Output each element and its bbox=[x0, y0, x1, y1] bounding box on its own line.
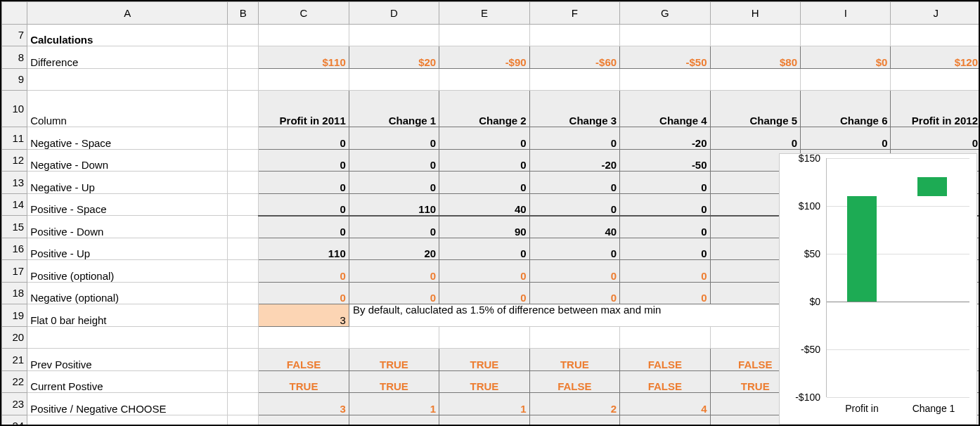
cell[interactable]: 0 bbox=[620, 282, 710, 304]
cell[interactable]: FALSE bbox=[259, 415, 349, 426]
cell[interactable]: 0 bbox=[439, 172, 529, 194]
cell[interactable]: 0 bbox=[349, 260, 439, 283]
col-header[interactable]: C bbox=[259, 2, 349, 25]
cell[interactable]: $80 bbox=[710, 46, 800, 69]
row-header[interactable]: 7 bbox=[2, 24, 27, 46]
cell[interactable] bbox=[620, 24, 710, 46]
cell[interactable]: FALSE bbox=[259, 349, 349, 371]
cell[interactable]: Negative - Space bbox=[27, 127, 228, 150]
cell[interactable] bbox=[529, 326, 619, 349]
row-header[interactable]: 22 bbox=[2, 370, 27, 393]
col-header[interactable]: A bbox=[27, 2, 228, 25]
cell[interactable]: 3 bbox=[259, 393, 349, 415]
cell[interactable]: 0 bbox=[259, 127, 349, 150]
cell[interactable]: FALSE bbox=[529, 415, 619, 426]
cell[interactable] bbox=[228, 193, 259, 216]
cell[interactable]: 0 bbox=[529, 260, 619, 283]
waterfall-chart[interactable]: $150 $100 $50 $0 -$50 -$100 Profit in Ch… bbox=[779, 153, 977, 425]
col-header[interactable]: B bbox=[228, 2, 259, 25]
cell[interactable]: FALSE bbox=[620, 370, 710, 393]
cell[interactable]: $110 bbox=[259, 46, 349, 69]
cell[interactable] bbox=[710, 68, 800, 91]
col-header[interactable]: F bbox=[529, 2, 619, 25]
cell[interactable]: 90 bbox=[439, 216, 529, 238]
corner-cell[interactable] bbox=[2, 2, 27, 25]
cell[interactable] bbox=[529, 24, 619, 46]
cell[interactable] bbox=[228, 304, 259, 327]
col-header[interactable]: D bbox=[349, 2, 439, 25]
cell[interactable]: -$60 bbox=[529, 46, 619, 69]
cell[interactable]: Positive - Down bbox=[27, 216, 228, 238]
cell[interactable]: 40 bbox=[439, 193, 529, 216]
cell[interactable]: Change 4 bbox=[620, 91, 710, 127]
cell[interactable] bbox=[228, 68, 259, 91]
row-header[interactable]: 19 bbox=[2, 304, 27, 327]
row-header[interactable]: 11 bbox=[2, 127, 27, 150]
cell[interactable]: 0 bbox=[349, 282, 439, 304]
cell[interactable]: Current Postive bbox=[27, 370, 228, 393]
cell[interactable]: 0 bbox=[439, 282, 529, 304]
cell[interactable]: FALSE bbox=[620, 349, 710, 371]
cell[interactable]: Positive (optional) bbox=[27, 260, 228, 283]
col-header[interactable]: I bbox=[801, 2, 891, 25]
row-header[interactable]: 16 bbox=[2, 238, 27, 260]
cell[interactable] bbox=[259, 68, 349, 91]
cell[interactable]: 0 bbox=[710, 127, 800, 150]
row-header[interactable]: 14 bbox=[2, 193, 27, 216]
cell[interactable]: -20 bbox=[529, 149, 619, 172]
cell[interactable] bbox=[27, 326, 228, 349]
cell[interactable] bbox=[228, 24, 259, 46]
cell[interactable]: FALSE bbox=[529, 370, 619, 393]
cell[interactable] bbox=[529, 68, 619, 91]
cell[interactable] bbox=[228, 216, 259, 238]
cell[interactable] bbox=[439, 68, 529, 91]
cell[interactable] bbox=[228, 91, 259, 127]
cell[interactable]: 110 bbox=[259, 238, 349, 260]
row-header[interactable]: 9 bbox=[2, 68, 27, 91]
cell[interactable]: 0 bbox=[259, 282, 349, 304]
cell[interactable]: 0 bbox=[439, 149, 529, 172]
cell[interactable]: 0 bbox=[439, 260, 529, 283]
cell[interactable]: Change 6 bbox=[801, 91, 891, 127]
cell[interactable]: TRUE bbox=[349, 349, 439, 371]
cell[interactable]: 1 bbox=[439, 393, 529, 415]
cell[interactable]: 0 bbox=[349, 149, 439, 172]
cell[interactable]: Negative (optional) bbox=[27, 282, 228, 304]
cell[interactable]: 3 bbox=[259, 304, 349, 327]
cell[interactable] bbox=[228, 349, 259, 371]
cell[interactable] bbox=[349, 326, 439, 349]
cell[interactable] bbox=[228, 282, 259, 304]
cell[interactable]: Column bbox=[27, 91, 228, 127]
row-header[interactable]: 24 bbox=[2, 415, 27, 426]
cell[interactable]: -20 bbox=[620, 127, 710, 150]
cell[interactable]: 0 bbox=[529, 172, 619, 194]
cell[interactable]: $20 bbox=[349, 46, 439, 69]
cell[interactable] bbox=[228, 238, 259, 260]
cell[interactable]: Change 3 bbox=[529, 91, 619, 127]
cell[interactable] bbox=[439, 24, 529, 46]
cell[interactable] bbox=[349, 24, 439, 46]
cell[interactable]: 0 bbox=[620, 238, 710, 260]
cell[interactable] bbox=[801, 68, 891, 91]
cell[interactable]: Profit in 2012 bbox=[891, 91, 980, 127]
cell[interactable]: Flat 0 bar height bbox=[27, 304, 228, 327]
cell[interactable]: 0 bbox=[620, 172, 710, 194]
row-header[interactable]: 23 bbox=[2, 393, 27, 415]
cell[interactable]: 0 bbox=[620, 260, 710, 283]
cell[interactable]: FALSE bbox=[620, 415, 710, 426]
cell[interactable]: 0 bbox=[259, 216, 349, 238]
cell[interactable]: 0 bbox=[529, 282, 619, 304]
cell[interactable]: 0 bbox=[259, 149, 349, 172]
cell[interactable]: 110 bbox=[349, 193, 439, 216]
cell[interactable]: Positive - Space bbox=[27, 193, 228, 216]
cell[interactable]: Positive - Up bbox=[27, 238, 228, 260]
row-header[interactable]: 12 bbox=[2, 149, 27, 172]
cell[interactable] bbox=[228, 172, 259, 194]
cell[interactable]: 40 bbox=[529, 216, 619, 238]
cell[interactable]: 0 bbox=[529, 193, 619, 216]
cell[interactable]: -$90 bbox=[439, 46, 529, 69]
cell[interactable] bbox=[349, 68, 439, 91]
cell[interactable]: 0 bbox=[349, 172, 439, 194]
cell[interactable]: Prev Positive bbox=[27, 349, 228, 371]
cell[interactable]: TRUE bbox=[259, 370, 349, 393]
